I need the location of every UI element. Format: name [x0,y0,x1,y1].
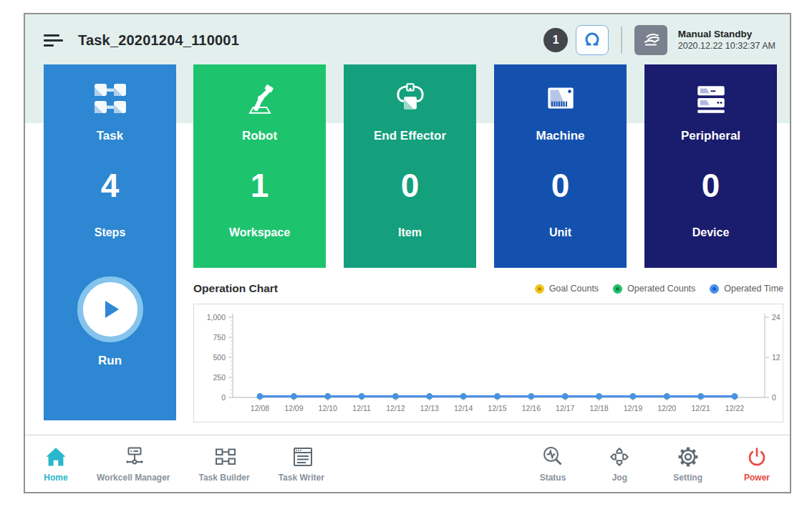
gripper-tool-icon [392,79,429,119]
run-button[interactable]: Run [77,276,143,368]
svg-text:12/18: 12/18 [589,404,608,412]
svg-text:12/19: 12/19 [624,404,642,412]
legend-label: Operated Counts [627,284,695,294]
nav-jog[interactable]: Jog [607,445,632,483]
card-value: 0 [401,166,420,205]
header-right: 1 Manual Standby [543,25,775,55]
legend-dot-green [613,284,622,294]
nav-label: Home [44,473,67,483]
mode-label: Manual Standby [678,29,775,41]
nav-status[interactable]: Status [540,445,566,483]
card-unit: Item [398,226,422,239]
header-divider [621,26,622,54]
page-title: Task_20201204_110001 [78,32,239,49]
nav-label: Task Writer [279,473,324,483]
svg-text:12/11: 12/11 [352,404,371,412]
timestamp: 2020.12.22 10:32:37 AM [678,41,775,52]
gripper-button[interactable] [576,25,609,55]
card-label: Peripheral [681,129,740,143]
nav-group-left: Home Workcell Manager [44,445,324,483]
play-icon [97,296,123,322]
manual-mode-button[interactable] [634,25,667,55]
card-machine[interactable]: Machine 0 Unit [494,64,627,268]
chart-title: Operation Chart [193,282,278,295]
nav-label: Setting [673,473,702,483]
chart-header: Operation Chart Goal Counts Operated Cou… [193,282,783,295]
nav-label: Task Builder [198,473,249,483]
power-icon [745,445,769,469]
card-robot[interactable]: Robot 1 Workspace [193,64,326,268]
card-end-effector[interactable]: End Effector 0 Item [344,64,476,268]
nav-power[interactable]: Power [744,445,770,483]
legend-label: Operated Time [724,284,783,294]
nav-label: Status [540,473,566,483]
workcell-manager-icon [121,445,145,469]
svg-text:1,000: 1,000 [207,313,226,322]
card-label: Machine [536,129,584,143]
nav-label: Power [744,473,770,483]
svg-text:12/13: 12/13 [420,404,439,412]
svg-text:12/08: 12/08 [251,404,269,412]
card-label: Robot [242,129,277,143]
svg-text:12/21: 12/21 [692,404,710,412]
svg-text:12/15: 12/15 [488,404,506,412]
task-builder-icon [212,445,236,469]
card-unit: Device [692,226,730,239]
legend-label: Goal Counts [549,284,599,294]
legend-dot-blue [710,284,719,294]
card-value: 1 [251,166,269,205]
setting-gear-icon [676,445,700,469]
nav-task-builder[interactable]: Task Builder [198,445,249,483]
svg-text:12/12: 12/12 [386,404,405,412]
operation-chart: 02505007501,0000122412/0812/0912/1012/11… [193,304,783,422]
card-unit: Steps [95,226,126,239]
card-label: End Effector [374,129,446,143]
card-unit: Unit [549,226,571,239]
nav-workcell-manager[interactable]: Workcell Manager [97,445,170,483]
svg-text:500: 500 [213,353,226,362]
svg-text:0: 0 [772,393,776,402]
nav-group-right: Status Jog [540,445,770,483]
jog-icon [607,445,632,469]
notification-badge[interactable]: 1 [543,28,568,52]
card-label: Task [97,129,124,143]
legend-operated-counts: Operated Counts [613,284,695,294]
nav-home[interactable]: Home [44,445,68,483]
chart-legend: Goal Counts Operated Counts Operated Tim… [535,284,783,294]
task-blocks-icon [93,79,127,119]
svg-text:12/17: 12/17 [556,404,574,412]
legend-dot-yellow [535,284,544,294]
task-writer-icon [289,445,314,469]
card-peripheral[interactable]: Peripheral 0 Device [644,64,777,268]
nav-task-writer[interactable]: Task Writer [279,445,324,483]
nav-label: Workcell Manager [97,473,170,483]
run-circle [77,276,143,342]
header-bar: Task_20201204_110001 1 [25,14,790,66]
svg-text:250: 250 [213,373,226,382]
bottom-nav: Home Workcell Manager [25,435,790,492]
svg-text:12/09: 12/09 [284,404,303,412]
svg-text:12/10: 12/10 [319,404,337,412]
svg-text:12/20: 12/20 [657,404,676,412]
card-value: 0 [551,166,570,205]
hand-icon [641,30,661,50]
svg-text:12/16: 12/16 [522,404,541,412]
run-label: Run [98,354,122,368]
peripheral-icon [692,79,730,119]
status-icon [541,445,565,469]
nav-label: Jog [612,473,627,483]
card-task[interactable]: Task 4 Steps Run [44,64,176,420]
nav-setting[interactable]: Setting [673,445,702,483]
menu-icon[interactable] [44,32,65,49]
gripper-icon [583,31,601,49]
svg-text:750: 750 [213,333,226,342]
svg-text:24: 24 [772,313,780,322]
operation-chart-svg: 02505007501,0000122412/0812/0912/1012/11… [194,304,784,422]
card-value: 4 [101,166,120,205]
svg-text:12: 12 [772,353,780,362]
card-value: 0 [702,166,720,205]
legend-goal-counts: Goal Counts [535,284,599,294]
card-unit: Workspace [229,226,290,239]
legend-operated-time: Operated Time [710,284,783,294]
app-window: Task_20201204_110001 1 [24,13,791,493]
